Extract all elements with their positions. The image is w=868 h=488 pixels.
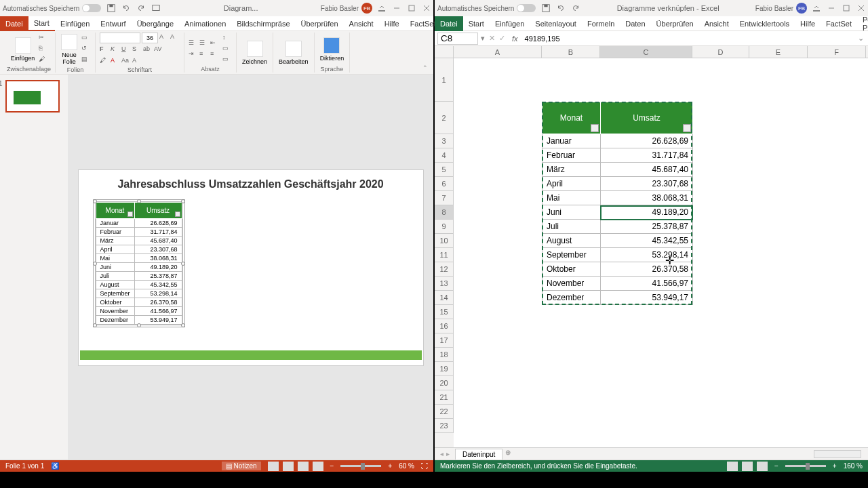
zeichnen-button[interactable]: Zeichnen	[241, 39, 269, 66]
sorter-view-icon[interactable]	[283, 462, 294, 471]
row-header-1[interactable]: 1	[435, 58, 454, 102]
col-header-monat[interactable]: Monat	[96, 203, 134, 219]
font-name-input[interactable]	[100, 33, 140, 43]
clear-format-icon[interactable]: A	[132, 57, 142, 66]
zoom-in-icon[interactable]: +	[833, 462, 837, 470]
row-header-5[interactable]: 5	[435, 163, 454, 177]
resize-handle[interactable]	[93, 323, 97, 327]
text-direction-icon[interactable]: ↕	[222, 34, 232, 43]
excel-worksheet[interactable]: A B C D E F 1 2 3 4 5 6 7 8 9 10 11 12 1…	[435, 46, 868, 447]
resize-handle[interactable]	[181, 262, 185, 266]
cell-umsatz[interactable]: 26.628,69	[601, 134, 693, 148]
smartart-icon[interactable]: ▭	[222, 56, 232, 65]
redo-icon[interactable]	[136, 3, 146, 13]
normal-view-icon[interactable]	[727, 462, 738, 471]
slide-thumbnails[interactable]: 1	[0, 75, 68, 460]
tab-start[interactable]: Start	[463, 16, 490, 31]
formula-input[interactable]: 49189,195	[521, 35, 858, 43]
slide-title[interactable]: Jahresabschluss Umsatzzahlen Geschäftsja…	[79, 170, 423, 199]
row-header-7[interactable]: 7	[435, 191, 454, 205]
minimize-icon[interactable]	[393, 4, 401, 12]
reset-icon[interactable]: ↺	[81, 45, 91, 54]
row-header-16[interactable]: 16	[435, 319, 454, 333]
tab-start[interactable]: Start	[28, 16, 55, 31]
name-box[interactable]	[437, 33, 478, 45]
row-header-10[interactable]: 10	[435, 234, 454, 248]
zoom-out-icon[interactable]: −	[330, 462, 334, 470]
format-painter-icon[interactable]: 🖌	[39, 56, 48, 65]
col-header-b[interactable]: B	[542, 46, 600, 58]
cut-icon[interactable]: ✂	[39, 34, 48, 43]
page-break-view-icon[interactable]	[757, 462, 768, 471]
cell-month[interactable]: August	[542, 234, 601, 248]
maximize-icon[interactable]	[408, 4, 416, 12]
tab-einfuegen[interactable]: Einfügen	[55, 16, 95, 31]
row-header-3[interactable]: 3	[435, 134, 454, 148]
numbering-icon[interactable]: ☰	[199, 39, 209, 49]
font-size-input[interactable]	[142, 33, 158, 43]
slideshow-view-icon[interactable]	[313, 462, 323, 471]
bearbeiten-button[interactable]: Bearbeiten	[277, 39, 310, 66]
col-header-f[interactable]: F	[808, 46, 866, 58]
cell-umsatz[interactable]: 41.566,97	[601, 277, 693, 291]
case-icon[interactable]: Aa	[121, 57, 131, 66]
col-header-d[interactable]: D	[692, 46, 749, 58]
row-header-9[interactable]: 9	[435, 220, 454, 234]
spacing-icon[interactable]: AV	[154, 45, 163, 55]
cell-umsatz[interactable]: 38.068,31	[601, 191, 693, 205]
col-header-c[interactable]: C	[600, 46, 692, 58]
table-row[interactable]: März45.687,40	[542, 163, 693, 177]
col-header-monat[interactable]: Monat	[542, 102, 601, 134]
row-header-11[interactable]: 11	[435, 248, 454, 262]
strike-icon[interactable]: ab	[143, 45, 153, 55]
sheet-prev-icon[interactable]: ◂	[440, 450, 443, 458]
cell-umsatz[interactable]: 26.370,58	[601, 262, 693, 277]
embedded-table-object[interactable]: Monat Umsatz Januar26.628,69Februar31.71…	[95, 201, 183, 325]
diktieren-button[interactable]: Diktieren	[319, 36, 346, 63]
row-header-4[interactable]: 4	[435, 148, 454, 163]
tab-bildschirm[interactable]: Bildschirmpräse	[231, 16, 295, 31]
shrink-font-icon[interactable]: A	[170, 33, 180, 43]
cell-month[interactable]: Dezember	[542, 291, 601, 305]
tab-hilfe[interactable]: Hilfe	[795, 16, 821, 31]
cell-umsatz[interactable]: 53.949,17	[601, 291, 693, 305]
sheet-next-icon[interactable]: ▸	[446, 450, 450, 458]
italic-icon[interactable]: K	[111, 45, 120, 55]
filter-icon[interactable]	[591, 124, 599, 132]
cell-umsatz[interactable]: 45.687,40	[601, 163, 693, 177]
section-icon[interactable]: ▤	[81, 56, 91, 65]
normal-view-icon[interactable]	[268, 462, 279, 471]
resize-handle[interactable]	[137, 323, 141, 327]
reading-view-icon[interactable]	[298, 462, 309, 471]
table-row[interactable]: September53.298,14	[542, 248, 693, 262]
cell-month[interactable]: Januar	[542, 134, 601, 148]
tab-file[interactable]: Datei	[435, 16, 463, 31]
cell-umsatz[interactable]: 31.717,84	[601, 148, 693, 163]
slideshow-icon[interactable]	[151, 3, 161, 13]
tab-factset[interactable]: FactSet	[821, 16, 857, 31]
filter-icon[interactable]	[683, 124, 691, 132]
row-header-6[interactable]: 6	[435, 177, 454, 191]
slide-thumbnail-1[interactable]	[5, 80, 60, 113]
highlight-icon[interactable]: 🖍	[100, 57, 109, 66]
save-icon[interactable]	[106, 3, 116, 13]
zoom-out-icon[interactable]: −	[774, 462, 778, 470]
add-sheet-icon[interactable]: ⊕	[502, 449, 513, 460]
user-area[interactable]: Fabio Basler FB	[321, 3, 372, 14]
copy-icon[interactable]: ⎘	[39, 45, 48, 54]
tab-uebergaenge[interactable]: Übergänge	[132, 16, 179, 31]
filter-icon[interactable]	[127, 211, 133, 217]
table-row[interactable]: Februar31.717,84	[542, 148, 693, 163]
minimize-icon[interactable]	[827, 4, 835, 12]
zoom-in-icon[interactable]: +	[388, 462, 392, 470]
row-header-12[interactable]: 12	[435, 262, 454, 277]
row-header-18[interactable]: 18	[435, 348, 454, 362]
tab-seitenlayout[interactable]: Seitenlayout	[530, 16, 582, 31]
new-slide-button[interactable]: Neue Folie	[60, 33, 79, 66]
save-icon[interactable]	[541, 3, 551, 13]
user-avatar[interactable]: FB	[361, 3, 372, 14]
grow-font-icon[interactable]: A	[159, 33, 169, 43]
table-row[interactable]: Mai38.068,31	[542, 191, 693, 205]
table-row[interactable]: Juni49.189,20	[542, 205, 693, 220]
table-row[interactable]: November41.566,97	[542, 277, 693, 291]
